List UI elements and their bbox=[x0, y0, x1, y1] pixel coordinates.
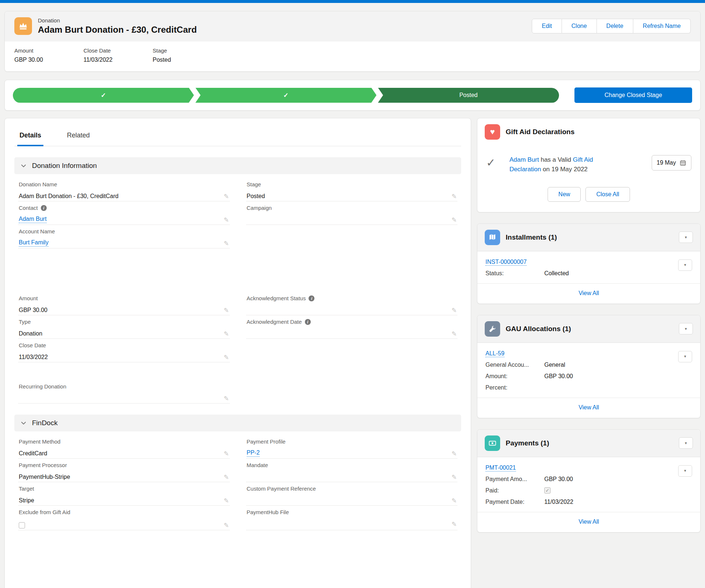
gau-account-link[interactable]: General bbox=[544, 362, 565, 368]
gau-record-link[interactable]: ALL-59 bbox=[485, 350, 505, 357]
field-target: Target Stripe ✎ bbox=[18, 482, 230, 506]
edit-pencil-icon[interactable]: ✎ bbox=[224, 451, 229, 457]
payment-date-label: Payment Date: bbox=[485, 499, 544, 505]
paid-checkbox[interactable]: ✓ bbox=[544, 487, 551, 494]
path-stage-posted-current[interactable]: Posted bbox=[378, 88, 559, 103]
field-account-name: Account Name Burt Family ✎ bbox=[18, 225, 230, 248]
tab-related[interactable]: Related bbox=[65, 129, 92, 146]
section-donation-information[interactable]: Donation Information bbox=[14, 157, 461, 174]
clone-button[interactable]: Clone bbox=[562, 19, 597, 33]
info-icon[interactable]: i bbox=[41, 205, 47, 211]
payments-body: PMT-00021 ▼ Payment Amo... GBP 30.00 Pai… bbox=[477, 457, 700, 512]
contact-link[interactable]: Adam Burt bbox=[509, 156, 539, 163]
payment-method-value: CreditCard bbox=[19, 450, 47, 457]
edit-pencil-icon[interactable]: ✎ bbox=[224, 395, 229, 402]
payments-card: Payments (1) ▼ PMT-00021 ▼ Payment Amo..… bbox=[477, 429, 701, 533]
empty-field bbox=[246, 248, 458, 292]
path-stage-1-complete[interactable]: ✓ bbox=[13, 88, 194, 103]
edit-pencil-icon[interactable]: ✎ bbox=[224, 474, 229, 480]
chevron-down-icon[interactable]: ▼ bbox=[678, 259, 692, 271]
edit-pencil-icon[interactable]: ✎ bbox=[452, 498, 457, 504]
info-icon[interactable]: i bbox=[309, 295, 314, 301]
highlight-close-date-label: Close Date bbox=[83, 47, 131, 54]
field-paymenthub-file: PaymentHub File ✎ bbox=[246, 506, 458, 530]
chevron-down-icon[interactable]: ▼ bbox=[679, 232, 693, 243]
chevron-down-icon bbox=[20, 420, 27, 426]
chevron-down-icon[interactable]: ▼ bbox=[678, 465, 692, 477]
view-all-link[interactable]: View All bbox=[578, 519, 599, 525]
chevron-down-icon[interactable]: ▼ bbox=[678, 351, 692, 362]
findock-fields: Payment Method CreditCard ✎ Payment Prof… bbox=[14, 431, 461, 530]
gau-percent-row: Percent: bbox=[485, 384, 692, 391]
edit-pencil-icon[interactable]: ✎ bbox=[224, 498, 229, 504]
edit-pencil-icon[interactable]: ✎ bbox=[452, 521, 457, 527]
record-detail-card: Details Related Donation Information Don… bbox=[4, 118, 471, 588]
payment-profile-link[interactable]: PP-2 bbox=[247, 449, 260, 457]
map-icon bbox=[488, 233, 496, 241]
field-type: Type Donation ✎ bbox=[18, 315, 230, 339]
calendar-icon[interactable] bbox=[680, 159, 686, 166]
chevron-down-icon[interactable]: ▼ bbox=[679, 323, 693, 334]
acknowledgment-date-label: Acknowledgment Date bbox=[247, 319, 302, 325]
edit-pencil-icon[interactable]: ✎ bbox=[224, 217, 229, 223]
exclude-from-gift-aid-checkbox[interactable] bbox=[19, 522, 25, 528]
sales-path-card: ✓ ✓ Posted Change Closed Stage bbox=[4, 80, 701, 111]
declaration-date-input[interactable]: 19 May bbox=[652, 155, 691, 171]
edit-pencil-icon[interactable]: ✎ bbox=[224, 193, 229, 200]
installments-card: Installments (1) ▼ INST-00000007 ▼ Statu… bbox=[477, 223, 701, 304]
field-contact: Contact i Adam Burt ✎ bbox=[18, 201, 230, 225]
edit-pencil-icon[interactable]: ✎ bbox=[452, 217, 457, 223]
payment-method-label: Payment Method bbox=[19, 438, 60, 445]
gau-account-row: General Accou... General bbox=[485, 362, 692, 368]
edit-button[interactable]: Edit bbox=[532, 19, 562, 33]
contact-link[interactable]: Adam Burt bbox=[19, 216, 47, 223]
view-all-link[interactable]: View All bbox=[578, 290, 599, 296]
payment-record-link[interactable]: PMT-00021 bbox=[485, 465, 516, 472]
view-all-link[interactable]: View All bbox=[578, 404, 599, 410]
edit-pencil-icon[interactable]: ✎ bbox=[452, 193, 457, 200]
gift-aid-body: ✓ Adam Burt has a Valid Gift Aid Declara… bbox=[477, 146, 700, 175]
chevron-down-icon[interactable]: ▼ bbox=[679, 437, 693, 449]
edit-pencil-icon[interactable]: ✎ bbox=[224, 522, 229, 528]
mandate-label: Mandate bbox=[247, 462, 268, 468]
new-declaration-button[interactable]: New bbox=[548, 187, 581, 202]
target-value: Stripe bbox=[19, 497, 34, 504]
account-name-link[interactable]: Burt Family bbox=[19, 239, 49, 247]
change-closed-stage-button[interactable]: Change Closed Stage bbox=[574, 87, 692, 103]
installment-record-link[interactable]: INST-00000007 bbox=[485, 259, 527, 266]
page: Donation Adam Burt Donation - £30, Credi… bbox=[0, 3, 705, 588]
close-date-value: 11/03/2022 bbox=[19, 354, 48, 361]
close-all-button[interactable]: Close All bbox=[585, 187, 630, 202]
empty-field bbox=[246, 339, 458, 362]
page-title: Adam Burt Donation - £30, CreditCard bbox=[38, 25, 197, 35]
edit-pencil-icon[interactable]: ✎ bbox=[224, 331, 229, 337]
edit-pencil-icon[interactable]: ✎ bbox=[224, 354, 229, 361]
field-acknowledgment-status: Acknowledgment Status i ✎ bbox=[246, 292, 458, 315]
campaign-label: Campaign bbox=[247, 205, 272, 211]
contact-label: Contact bbox=[19, 205, 38, 211]
stage-value: Posted bbox=[247, 193, 265, 200]
delete-button[interactable]: Delete bbox=[597, 19, 633, 33]
refresh-name-button[interactable]: Refresh Name bbox=[633, 19, 691, 33]
chevron-down-icon bbox=[20, 162, 27, 169]
acknowledgment-status-label: Acknowledgment Status bbox=[247, 295, 306, 301]
edit-pencil-icon[interactable]: ✎ bbox=[452, 451, 457, 457]
section-findock[interactable]: FinDock bbox=[14, 415, 461, 431]
edit-pencil-icon[interactable]: ✎ bbox=[224, 240, 229, 247]
custom-payment-reference-label: Custom Payment Reference bbox=[247, 485, 316, 492]
tab-details[interactable]: Details bbox=[17, 129, 43, 146]
highlight-stage-value: Posted bbox=[153, 57, 200, 63]
section-title: Donation Information bbox=[32, 162, 97, 170]
edit-pencil-icon[interactable]: ✎ bbox=[224, 307, 229, 313]
info-icon[interactable]: i bbox=[305, 319, 311, 325]
path-stage-2-complete[interactable]: ✓ bbox=[195, 88, 376, 103]
close-date-label: Close Date bbox=[19, 342, 46, 348]
installments-header: Installments (1) ▼ bbox=[477, 224, 700, 251]
highlight-amount-label: Amount bbox=[14, 47, 62, 54]
edit-pencil-icon[interactable]: ✎ bbox=[452, 474, 457, 480]
declaration-date-value: 19 May bbox=[657, 159, 676, 166]
gau-amount-row: Amount: GBP 30.00 bbox=[485, 373, 692, 380]
edit-pencil-icon[interactable]: ✎ bbox=[452, 331, 457, 337]
installments-icon bbox=[485, 230, 500, 245]
edit-pencil-icon[interactable]: ✎ bbox=[452, 307, 457, 313]
